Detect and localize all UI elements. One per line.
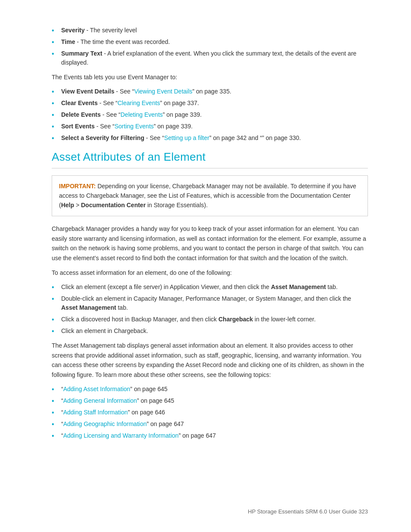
bullet-text: - See “ xyxy=(100,100,118,106)
adding-asset-info-link[interactable]: Adding Asset Information xyxy=(63,386,131,392)
topic-link-list: “Adding Asset Information” on page 645 “… xyxy=(52,385,368,440)
bullet-text: Click an element (except a file server) … xyxy=(61,283,271,290)
list-item: “Adding Geographic Information” on page … xyxy=(52,420,368,429)
doc-center-bold: Documentation Center xyxy=(81,202,146,208)
help-bold: Help xyxy=(61,202,74,208)
bullet-label: Select a Severity for Filtering xyxy=(61,134,144,141)
list-item: “Adding Staff Information” on page 646 xyxy=(52,408,368,417)
bullet-label: Summary Text xyxy=(61,50,102,57)
list-item: Time - The time the event was recorded. xyxy=(52,37,368,47)
list-item: Sort Events - See “Sorting Events” on pa… xyxy=(52,122,368,131)
bullet-suffix: ” on page 342 and “” on page 330. xyxy=(209,134,301,141)
page-container: Severity - The severity level Time - The… xyxy=(0,0,411,532)
events-bullet-list: View Event Details - See “Viewing Event … xyxy=(52,87,368,143)
important-label: IMPORTANT: xyxy=(59,183,96,190)
bullet-suffix: ” on page 339. xyxy=(154,123,193,130)
deleting-events-link[interactable]: Deleting Events xyxy=(121,111,163,118)
bullet-text: Click a discovered host in Backup Manage… xyxy=(61,316,218,323)
list-item: View Event Details - See “Viewing Event … xyxy=(52,87,368,96)
setting-up-filter-link[interactable]: Setting up a filter xyxy=(164,134,209,141)
bullet-label: Severity xyxy=(61,27,84,34)
page-footer: HP Storage Essentials SRM 6.0 User Guide… xyxy=(248,508,368,515)
chargeback-bold: Chargeback xyxy=(218,316,253,323)
bullet-text: Double-click an element in Capacity Mana… xyxy=(61,295,351,302)
bullet-label: View Event Details xyxy=(61,88,114,95)
paragraph-2: To access asset information for an eleme… xyxy=(52,268,368,277)
bullet-text: - A brief explanation of the event. When… xyxy=(61,50,356,66)
important-suffix: in Storage Essentials). xyxy=(146,202,208,208)
bullet-text: - See “ xyxy=(97,123,115,130)
list-item: “Adding Licensing and Warranty Informati… xyxy=(52,431,368,440)
list-item: “Adding General Information” on page 645 xyxy=(52,396,368,405)
list-item: Summary Text - A brief explanation of th… xyxy=(52,49,368,67)
asset-management-bold-2: Asset Management xyxy=(61,304,116,311)
list-item: Click an element in Chargeback. xyxy=(52,327,368,336)
bullet-text: - The time the event was recorded. xyxy=(77,38,170,45)
paragraph-1: Chargeback Manager provides a handy way … xyxy=(52,224,368,263)
bullet-suffix: tab. xyxy=(326,283,337,290)
section-divider xyxy=(52,168,368,168)
bullet-text: - See “ xyxy=(116,88,134,95)
bullet-text: - See “ xyxy=(103,111,121,118)
list-item: Clear Events - See “Clearing Events” on … xyxy=(52,99,368,108)
bullet-suffix: ” on page 335. xyxy=(193,88,231,95)
bullet-label: Sort Events xyxy=(61,123,95,130)
adding-geographic-info-link[interactable]: Adding Geographic Information xyxy=(63,420,147,427)
bullet-text: Click an element in Chargeback. xyxy=(61,327,148,334)
list-item: Click an element (except a file server) … xyxy=(52,283,368,292)
bullet-text: - See “ xyxy=(146,134,164,141)
adding-licensing-warranty-link[interactable]: Adding Licensing and Warranty Informatio… xyxy=(63,432,179,439)
access-bullet-list: Click an element (except a file server) … xyxy=(52,283,368,336)
clearing-events-link[interactable]: Clearing Events xyxy=(118,100,160,106)
bullet-suffix: ” on page 339. xyxy=(163,111,202,118)
list-item: “Adding Asset Information” on page 645 xyxy=(52,385,368,394)
list-item: Select a Severity for Filtering - See “S… xyxy=(52,134,368,143)
list-item: Severity - The severity level xyxy=(52,26,368,35)
adding-general-info-link[interactable]: Adding General Information xyxy=(63,397,137,404)
bullet-label: Delete Events xyxy=(61,111,101,118)
events-intro: The Events tab lets you use Event Manage… xyxy=(52,72,368,82)
asset-management-bold: Asset Management xyxy=(271,283,326,290)
viewing-event-details-link[interactable]: Viewing Event Details xyxy=(134,88,192,95)
paragraph-3: The Asset Management tab displays genera… xyxy=(52,341,368,380)
important-middle: > xyxy=(74,202,81,208)
bullet-suffix: in the lower-left corner. xyxy=(253,316,316,323)
top-bullet-list: Severity - The severity level Time - The… xyxy=(52,26,368,67)
list-item: Double-click an element in Capacity Mana… xyxy=(52,294,368,312)
adding-staff-info-link[interactable]: Adding Staff Information xyxy=(63,409,128,416)
bullet-text: - The severity level xyxy=(86,27,137,34)
list-item: Click a discovered host in Backup Manage… xyxy=(52,315,368,324)
important-box: IMPORTANT: Depending on your license, Ch… xyxy=(52,175,368,216)
bullet-label: Time xyxy=(61,38,75,45)
bullet-label: Clear Events xyxy=(61,100,98,106)
section-heading: Asset Attributes of an Element xyxy=(52,150,368,164)
bullet-suffix: ” on page 337. xyxy=(160,100,199,106)
bullet-suffix: tab. xyxy=(116,304,128,311)
list-item: Delete Events - See “Deleting Events” on… xyxy=(52,110,368,119)
sorting-events-link[interactable]: Sorting Events xyxy=(115,123,154,130)
